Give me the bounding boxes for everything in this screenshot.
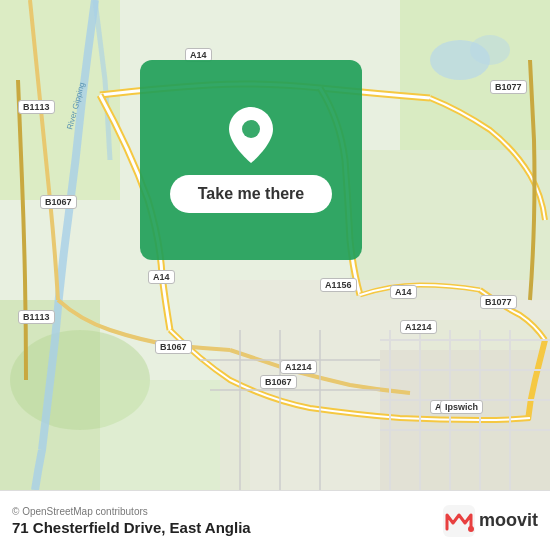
road-label-b1077-1: B1077 bbox=[490, 80, 527, 94]
road-label-a14-3: A14 bbox=[390, 285, 417, 299]
moovit-logo: moovit bbox=[443, 505, 538, 537]
moovit-text: moovit bbox=[479, 510, 538, 531]
svg-rect-3 bbox=[350, 150, 550, 300]
svg-point-29 bbox=[468, 526, 474, 532]
road-label-ipswich: Ipswich bbox=[440, 400, 483, 414]
copyright-text: © OpenStreetMap contributors bbox=[12, 506, 251, 517]
address-text: 71 Chesterfield Drive, East Anglia bbox=[12, 519, 251, 536]
take-me-there-button[interactable]: Take me there bbox=[170, 175, 332, 213]
road-label-b1067-2: B1067 bbox=[155, 340, 192, 354]
svg-point-12 bbox=[470, 35, 510, 65]
road-label-b1077-2: B1077 bbox=[480, 295, 517, 309]
road-label-b1067-1: B1067 bbox=[40, 195, 77, 209]
map-view[interactable]: River Gipping bbox=[0, 0, 550, 490]
road-label-a1156: A1156 bbox=[320, 278, 357, 292]
road-label-a1214-1: A1214 bbox=[400, 320, 437, 334]
road-label-a14-2: A14 bbox=[148, 270, 175, 284]
bottom-bar: © OpenStreetMap contributors 71 Chesterf… bbox=[0, 490, 550, 550]
address-section: © OpenStreetMap contributors 71 Chesterf… bbox=[12, 506, 251, 536]
location-pin bbox=[227, 107, 275, 163]
road-label-b1113-2: B1113 bbox=[18, 310, 55, 324]
svg-point-27 bbox=[242, 120, 260, 138]
road-label-b1067-3: B1067 bbox=[260, 375, 297, 389]
moovit-icon bbox=[443, 505, 475, 537]
road-label-b1113-1: B1113 bbox=[18, 100, 55, 114]
road-label-a1214-2: A1214 bbox=[280, 360, 317, 374]
location-overlay[interactable]: Take me there bbox=[140, 60, 362, 260]
